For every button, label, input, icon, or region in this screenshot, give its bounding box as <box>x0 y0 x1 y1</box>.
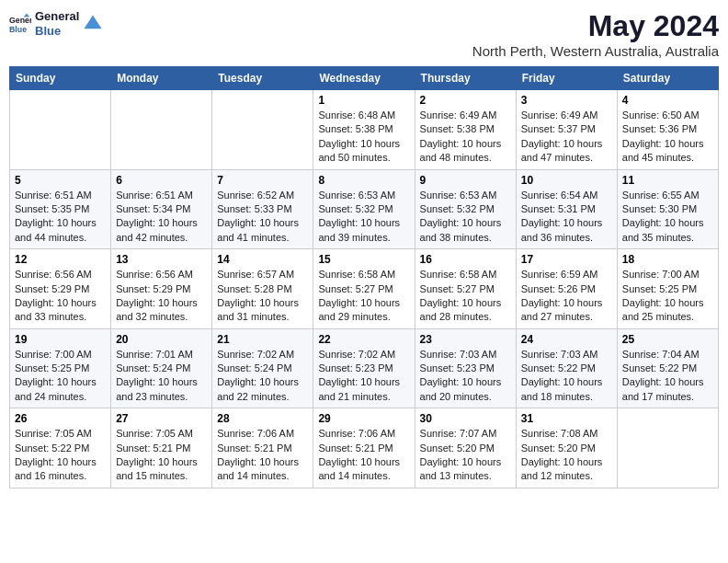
calendar-cell: 14Sunrise: 6:57 AMSunset: 5:28 PMDayligh… <box>212 249 313 329</box>
day-number: 9 <box>420 174 511 187</box>
calendar-cell: 11Sunrise: 6:55 AMSunset: 5:30 PMDayligh… <box>617 169 718 249</box>
day-number: 27 <box>116 412 207 425</box>
day-info: Sunrise: 6:53 AMSunset: 5:32 PMDaylight:… <box>420 189 511 246</box>
day-number: 20 <box>116 333 207 346</box>
day-info: Sunrise: 7:03 AMSunset: 5:23 PMDaylight:… <box>420 348 511 405</box>
day-number: 30 <box>420 412 511 425</box>
subtitle: North Perth, Western Australia, Australi… <box>472 43 719 59</box>
calendar-header-monday: Monday <box>111 67 212 90</box>
calendar-cell <box>212 90 313 170</box>
day-number: 13 <box>116 253 207 266</box>
calendar-header-row: SundayMondayTuesdayWednesdayThursdayFrid… <box>10 67 719 90</box>
calendar-table: SundayMondayTuesdayWednesdayThursdayFrid… <box>9 66 719 488</box>
day-info: Sunrise: 7:08 AMSunset: 5:20 PMDaylight:… <box>521 427 612 484</box>
calendar-header-friday: Friday <box>516 67 617 90</box>
day-info: Sunrise: 7:05 AMSunset: 5:22 PMDaylight:… <box>15 427 106 484</box>
day-info: Sunrise: 6:50 AMSunset: 5:36 PMDaylight:… <box>622 109 713 166</box>
calendar-cell: 9Sunrise: 6:53 AMSunset: 5:32 PMDaylight… <box>415 169 516 249</box>
calendar-week-1: 1Sunrise: 6:48 AMSunset: 5:38 PMDaylight… <box>10 90 719 170</box>
day-number: 15 <box>318 253 409 266</box>
calendar-cell: 21Sunrise: 7:02 AMSunset: 5:24 PMDayligh… <box>212 328 313 408</box>
day-info: Sunrise: 6:55 AMSunset: 5:30 PMDaylight:… <box>622 189 713 246</box>
calendar-cell: 22Sunrise: 7:02 AMSunset: 5:23 PMDayligh… <box>313 328 415 408</box>
calendar-cell: 2Sunrise: 6:49 AMSunset: 5:38 PMDaylight… <box>415 90 516 170</box>
day-info: Sunrise: 7:06 AMSunset: 5:21 PMDaylight:… <box>318 427 409 484</box>
day-info: Sunrise: 7:04 AMSunset: 5:22 PMDaylight:… <box>622 348 713 405</box>
day-number: 24 <box>521 333 612 346</box>
calendar-cell: 26Sunrise: 7:05 AMSunset: 5:22 PMDayligh… <box>10 408 111 488</box>
day-info: Sunrise: 6:48 AMSunset: 5:38 PMDaylight:… <box>318 109 409 166</box>
svg-text:Blue: Blue <box>9 24 27 33</box>
day-number: 6 <box>116 174 207 187</box>
day-info: Sunrise: 6:49 AMSunset: 5:38 PMDaylight:… <box>420 109 511 166</box>
day-info: Sunrise: 7:01 AMSunset: 5:24 PMDaylight:… <box>116 348 207 405</box>
day-info: Sunrise: 6:52 AMSunset: 5:33 PMDaylight:… <box>217 189 308 246</box>
day-number: 22 <box>318 333 409 346</box>
calendar-cell: 12Sunrise: 6:56 AMSunset: 5:29 PMDayligh… <box>10 249 111 329</box>
page-header: General Blue General Blue May 2024 North… <box>9 9 719 59</box>
calendar-cell: 6Sunrise: 6:51 AMSunset: 5:34 PMDaylight… <box>111 169 212 249</box>
calendar-cell: 18Sunrise: 7:00 AMSunset: 5:25 PMDayligh… <box>617 249 718 329</box>
day-number: 7 <box>217 174 308 187</box>
title-block: May 2024 North Perth, Western Australia,… <box>472 9 719 59</box>
logo-line2: Blue <box>35 24 79 39</box>
day-number: 25 <box>622 333 713 346</box>
calendar-cell: 27Sunrise: 7:05 AMSunset: 5:21 PMDayligh… <box>111 408 212 488</box>
day-info: Sunrise: 7:00 AMSunset: 5:25 PMDaylight:… <box>622 268 713 325</box>
calendar-header-tuesday: Tuesday <box>212 67 313 90</box>
calendar-cell: 19Sunrise: 7:00 AMSunset: 5:25 PMDayligh… <box>10 328 111 408</box>
day-number: 2 <box>420 94 511 107</box>
calendar-week-4: 19Sunrise: 7:00 AMSunset: 5:25 PMDayligh… <box>10 328 719 408</box>
calendar-cell: 31Sunrise: 7:08 AMSunset: 5:20 PMDayligh… <box>516 408 617 488</box>
calendar-cell: 10Sunrise: 6:54 AMSunset: 5:31 PMDayligh… <box>516 169 617 249</box>
calendar-cell: 3Sunrise: 6:49 AMSunset: 5:37 PMDaylight… <box>516 90 617 170</box>
day-number: 21 <box>217 333 308 346</box>
calendar-week-2: 5Sunrise: 6:51 AMSunset: 5:35 PMDaylight… <box>10 169 719 249</box>
day-info: Sunrise: 6:51 AMSunset: 5:35 PMDaylight:… <box>15 189 106 246</box>
day-info: Sunrise: 7:05 AMSunset: 5:21 PMDaylight:… <box>116 427 207 484</box>
calendar-header-thursday: Thursday <box>415 67 516 90</box>
calendar-week-3: 12Sunrise: 6:56 AMSunset: 5:29 PMDayligh… <box>10 249 719 329</box>
calendar-cell: 24Sunrise: 7:03 AMSunset: 5:22 PMDayligh… <box>516 328 617 408</box>
calendar-cell: 16Sunrise: 6:58 AMSunset: 5:27 PMDayligh… <box>415 249 516 329</box>
logo-line1: General <box>35 9 79 24</box>
calendar-cell: 20Sunrise: 7:01 AMSunset: 5:24 PMDayligh… <box>111 328 212 408</box>
svg-text:General: General <box>9 16 31 25</box>
day-info: Sunrise: 7:03 AMSunset: 5:22 PMDaylight:… <box>521 348 612 405</box>
day-info: Sunrise: 7:06 AMSunset: 5:21 PMDaylight:… <box>217 427 308 484</box>
calendar-cell: 1Sunrise: 6:48 AMSunset: 5:38 PMDaylight… <box>313 90 415 170</box>
calendar-cell: 25Sunrise: 7:04 AMSunset: 5:22 PMDayligh… <box>617 328 718 408</box>
day-number: 17 <box>521 253 612 266</box>
day-info: Sunrise: 7:00 AMSunset: 5:25 PMDaylight:… <box>15 348 106 405</box>
day-number: 11 <box>622 174 713 187</box>
calendar-cell <box>111 90 212 170</box>
logo-icon: General Blue <box>9 13 31 35</box>
day-info: Sunrise: 7:02 AMSunset: 5:23 PMDaylight:… <box>318 348 409 405</box>
calendar-cell: 8Sunrise: 6:53 AMSunset: 5:32 PMDaylight… <box>313 169 415 249</box>
calendar-week-5: 26Sunrise: 7:05 AMSunset: 5:22 PMDayligh… <box>10 408 719 488</box>
logo-triangle-icon <box>83 14 103 34</box>
calendar-cell: 4Sunrise: 6:50 AMSunset: 5:36 PMDaylight… <box>617 90 718 170</box>
day-number: 16 <box>420 253 511 266</box>
day-number: 8 <box>318 174 409 187</box>
day-number: 14 <box>217 253 308 266</box>
logo: General Blue General Blue <box>9 9 103 38</box>
calendar-cell: 17Sunrise: 6:59 AMSunset: 5:26 PMDayligh… <box>516 249 617 329</box>
day-number: 1 <box>318 94 409 107</box>
calendar-header-wednesday: Wednesday <box>313 67 415 90</box>
day-number: 23 <box>420 333 511 346</box>
day-info: Sunrise: 6:49 AMSunset: 5:37 PMDaylight:… <box>521 109 612 166</box>
day-number: 5 <box>15 174 106 187</box>
calendar-cell: 28Sunrise: 7:06 AMSunset: 5:21 PMDayligh… <box>212 408 313 488</box>
day-info: Sunrise: 7:07 AMSunset: 5:20 PMDaylight:… <box>420 427 511 484</box>
main-title: May 2024 <box>472 9 719 43</box>
day-info: Sunrise: 6:57 AMSunset: 5:28 PMDaylight:… <box>217 268 308 325</box>
day-number: 28 <box>217 412 308 425</box>
calendar-cell: 30Sunrise: 7:07 AMSunset: 5:20 PMDayligh… <box>415 408 516 488</box>
calendar-cell: 13Sunrise: 6:56 AMSunset: 5:29 PMDayligh… <box>111 249 212 329</box>
day-number: 3 <box>521 94 612 107</box>
calendar-cell <box>617 408 718 488</box>
day-info: Sunrise: 6:58 AMSunset: 5:27 PMDaylight:… <box>318 268 409 325</box>
day-number: 4 <box>622 94 713 107</box>
calendar-header-saturday: Saturday <box>617 67 718 90</box>
